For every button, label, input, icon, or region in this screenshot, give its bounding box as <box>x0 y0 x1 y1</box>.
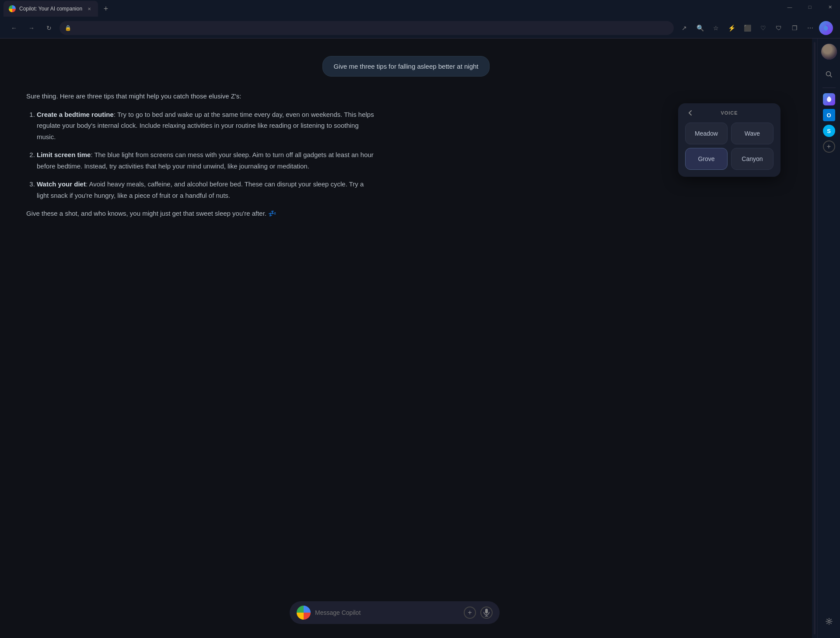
extensions-icon[interactable]: ⚡ <box>724 21 738 35</box>
tab-favicon <box>9 5 16 12</box>
tip-3-title: Watch your diet <box>37 180 86 188</box>
copilot-nav-icon[interactable] <box>819 21 833 35</box>
nav-actions: ↗ 🔍 ☆ ⚡ ⬛ ♡ 🛡 ❐ ⋯ <box>677 21 833 35</box>
avatar[interactable] <box>821 44 837 60</box>
sidebar-add-button[interactable]: + <box>823 140 835 153</box>
list-item: Watch your diet: Avoid heavy meals, caff… <box>37 179 376 201</box>
address-text: 🔒 <box>65 25 71 31</box>
share-icon[interactable]: ↗ <box>677 21 691 35</box>
ai-tips-list: Create a bedtime routine: Try to go to b… <box>26 109 376 201</box>
tab-title: Copilot: Your AI companion <box>19 6 82 12</box>
voice-option-meadow[interactable]: Meadow <box>685 123 728 144</box>
sidebar-skype-button[interactable]: S <box>823 125 835 137</box>
voice-back-button[interactable] <box>685 108 696 118</box>
voice-option-grove[interactable]: Grove <box>685 148 728 170</box>
minimize-button[interactable]: — <box>780 0 800 14</box>
browser-essentials-icon[interactable]: 🛡 <box>772 21 786 35</box>
tip-1-title: Create a bedtime routine <box>37 111 114 118</box>
input-copilot-logo <box>297 606 311 620</box>
tip-3-body: : Avoid heavy meals, caffeine, and alcoh… <box>37 180 364 199</box>
chat-content: Give me three tips for falling asleep be… <box>0 39 812 638</box>
sidebar-search-button[interactable] <box>821 67 837 82</box>
input-bar-container: + <box>0 601 789 638</box>
voice-option-wave[interactable]: Wave <box>731 123 774 144</box>
back-button[interactable]: ← <box>7 21 21 35</box>
avatar-image <box>821 44 837 60</box>
address-bar[interactable]: 🔒 <box>60 21 674 35</box>
tip-2-title: Limit screen time <box>37 151 91 158</box>
input-mic-button[interactable] <box>480 606 493 619</box>
list-item: Create a bedtime routine: Try to go to b… <box>37 109 376 143</box>
sidebar-settings-button[interactable] <box>821 613 837 629</box>
tab-bar: Copilot: Your AI companion ✕ + <box>0 0 840 18</box>
close-button[interactable]: ✕ <box>820 0 840 14</box>
sidebar-outlook-button[interactable]: O <box>823 109 835 121</box>
ai-response: Sure thing. Here are three tips that mig… <box>26 91 376 219</box>
refresh-button[interactable]: ↻ <box>42 21 56 35</box>
scrollbar-track[interactable] <box>814 42 816 634</box>
scrollbar-area <box>812 39 817 638</box>
voice-header: VOICE <box>685 110 774 116</box>
nav-bar: ← → ↻ 🔒 ↗ 🔍 ☆ ⚡ ⬛ ♡ 🛡 ❐ ⋯ <box>0 18 840 39</box>
ai-intro: Sure thing. Here are three tips that mig… <box>26 91 376 102</box>
screenshot-icon[interactable]: ❐ <box>788 21 802 35</box>
active-tab[interactable]: Copilot: Your AI companion ✕ <box>4 1 98 17</box>
input-bar: + <box>290 601 500 624</box>
new-tab-button[interactable]: + <box>100 3 112 15</box>
svg-point-4 <box>828 620 830 623</box>
mic-icon <box>483 609 490 617</box>
ai-outro: Give these a shot, and who knows, you mi… <box>26 208 376 219</box>
zoom-icon[interactable]: 🔍 <box>693 21 707 35</box>
user-message: Give me three tips for falling asleep be… <box>322 56 489 77</box>
forward-button[interactable]: → <box>24 21 38 35</box>
favorites-collections-icon[interactable]: ♡ <box>756 21 770 35</box>
sidebar-copilot-button[interactable] <box>823 93 835 105</box>
back-arrow-icon <box>687 110 693 116</box>
sidebar-divider-1 <box>822 88 836 88</box>
favorites-icon[interactable]: ☆ <box>709 21 723 35</box>
settings-icon <box>826 618 833 625</box>
window-controls: — □ ✕ <box>780 0 840 14</box>
message-input[interactable] <box>315 609 459 616</box>
voice-option-canyon[interactable]: Canyon <box>731 148 774 170</box>
list-item: Limit screen time: The blue light from s… <box>37 149 376 172</box>
tab-close-button[interactable]: ✕ <box>86 5 93 12</box>
voice-panel-title: VOICE <box>721 110 738 116</box>
voice-options-grid: Meadow Wave Grove Canyon <box>685 123 774 170</box>
split-view-icon[interactable]: ⬛ <box>740 21 754 35</box>
more-options-icon[interactable]: ⋯ <box>803 21 817 35</box>
user-message-text: Give me three tips for falling asleep be… <box>333 63 478 70</box>
main-area: Give me three tips for falling asleep be… <box>0 39 840 638</box>
copilot-icon <box>826 96 833 103</box>
right-sidebar: O S + <box>817 39 840 638</box>
user-message-wrapper: Give me three tips for falling asleep be… <box>26 56 786 77</box>
voice-panel: VOICE Meadow Wave Grove Canyon <box>678 103 780 177</box>
browser-chrome: Copilot: Your AI companion ✕ + ← → ↻ 🔒 ↗… <box>0 0 840 39</box>
maximize-button[interactable]: □ <box>800 0 820 14</box>
svg-rect-0 <box>485 609 488 613</box>
input-add-button[interactable]: + <box>464 606 476 619</box>
search-icon <box>826 71 833 78</box>
